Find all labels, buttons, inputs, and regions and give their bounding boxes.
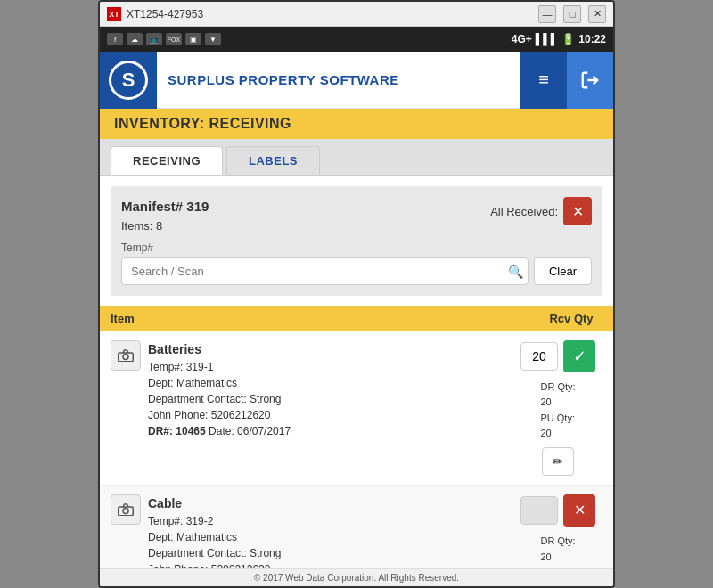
menu-button[interactable]: ≡	[520, 52, 567, 109]
window-title: XT1254-427953	[127, 8, 538, 20]
page-title: Inventory: Receiving	[100, 109, 613, 139]
app-logo: S	[100, 52, 157, 109]
header-actions: ≡	[520, 52, 613, 109]
item-temp-batteries: Temp#: 319-1	[148, 359, 513, 375]
footer: © 2017 Web Data Corporation. All Rights …	[100, 568, 613, 586]
item-details-batteries: Batteries Temp#: 319-1 Dept: Mathematics…	[148, 340, 513, 439]
minimize-button[interactable]: —	[538, 5, 556, 23]
window-controls: — □ ✕	[538, 5, 606, 23]
qty-row-batteries: ✓	[520, 340, 595, 372]
tab-bar: Receiving Labels	[100, 139, 613, 176]
manifest-items: Items: 8	[121, 217, 209, 235]
search-input-wrap: 🔍	[121, 257, 529, 285]
qty-input-batteries[interactable]	[520, 342, 558, 371]
main-content: Receiving Labels Manifest# 319 Items: 8 …	[100, 139, 613, 568]
app-header: S Surplus Property Software ≡	[100, 52, 613, 109]
svg-point-4	[123, 508, 128, 513]
dr-pu-info-cable: DR Qty: 20 PU Qty:	[540, 534, 575, 568]
phone-frame: XT XT1254-427953 — □ ✕ f ☁ 📺 FOX ▣ ▼ 4G+…	[98, 0, 615, 588]
network-label: 4G+	[512, 33, 532, 45]
confirm-button-batteries[interactable]: ✓	[563, 340, 595, 372]
item-dept-batteries: Dept: Mathematics	[148, 375, 513, 391]
item-phone-batteries: John Phone: 5206212620	[148, 407, 513, 423]
logo-circle: S	[109, 61, 148, 100]
temp-label: Temp#	[121, 241, 592, 254]
manifest-info: Manifest# 319 Items: 8	[121, 197, 209, 234]
item-actions-batteries: ✓ DR Qty: 20 PU Qty: 20 ✏	[513, 340, 602, 476]
svg-point-2	[123, 354, 128, 359]
status-left-icons: f ☁ 📺 FOX ▣ ▼	[107, 33, 221, 45]
item-name-cable: Cable	[148, 494, 513, 513]
battery-icon: 🔋	[561, 33, 575, 45]
time-display: 10:22	[578, 33, 606, 45]
item-contact-cable: Department Contact: Strong	[148, 545, 513, 561]
maximize-button[interactable]: □	[563, 5, 581, 23]
edit-button-batteries[interactable]: ✏	[542, 447, 574, 476]
search-input[interactable]	[121, 257, 529, 285]
screen-icon: ▣	[185, 33, 201, 45]
column-rcvqty-header: Rcv Qty	[540, 312, 602, 326]
item-phone-cable: John Phone: 5206212620	[148, 561, 513, 568]
dr-pu-info-batteries: DR Qty: 20 PU Qty: 20	[540, 380, 575, 442]
qty-row-cable: ✕	[520, 494, 595, 527]
app-title: Surplus Property Software	[157, 72, 520, 88]
status-right: 4G+ ▌▌▌ 🔋 10:22	[512, 33, 606, 45]
signal-bars: ▌▌▌	[536, 33, 559, 45]
item-details-cable: Cable Temp#: 319-2 Dept: Mathematics Dep…	[148, 494, 513, 568]
title-bar: XT XT1254-427953 — □ ✕	[100, 2, 613, 27]
facebook-icon: f	[107, 33, 123, 45]
camera-icon-cable[interactable]	[111, 494, 141, 525]
item-drdate-batteries: DR#: 10465 Date: 06/07/2017	[148, 423, 513, 439]
status-bar: f ☁ 📺 FOX ▣ ▼ 4G+ ▌▌▌ 🔋 10:22	[100, 27, 613, 52]
manifest-number-label: Manifest# 319	[121, 197, 209, 217]
item-temp-cable: Temp#: 319-2	[148, 513, 513, 529]
tab-labels[interactable]: Labels	[226, 146, 320, 175]
tab-receiving[interactable]: Receiving	[111, 146, 223, 175]
search-icon-button[interactable]: 🔍	[508, 265, 523, 279]
tab-content: Manifest# 319 Items: 8 All Received: ✕ T…	[100, 176, 613, 568]
news-icon: FOX	[166, 33, 182, 45]
all-received-label: All Received:	[490, 205, 558, 218]
qty-input-cable[interactable]	[520, 496, 558, 525]
all-received-section: All Received: ✕	[490, 197, 592, 225]
items-table-header: Item Rcv Qty	[100, 306, 613, 331]
search-row: 🔍 Clear	[121, 257, 592, 285]
item-dept-cable: Dept: Mathematics	[148, 529, 513, 545]
manifest-header: Manifest# 319 Items: 8 All Received: ✕	[121, 197, 592, 234]
clear-button[interactable]: Clear	[534, 257, 592, 285]
cast-icon: 📺	[146, 33, 162, 45]
all-received-clear-button[interactable]: ✕	[563, 197, 592, 225]
logo-letter: S	[122, 69, 135, 92]
wifi-icon: ▼	[205, 33, 221, 45]
item-name-batteries: Batteries	[148, 340, 513, 359]
item-contact-batteries: Department Contact: Strong	[148, 391, 513, 407]
camera-icon-batteries[interactable]	[111, 340, 141, 371]
close-button[interactable]: ✕	[588, 5, 606, 23]
manifest-card: Manifest# 319 Items: 8 All Received: ✕ T…	[111, 186, 602, 296]
item-row: Batteries Temp#: 319-1 Dept: Mathematics…	[100, 331, 613, 486]
item-actions-cable: ✕ DR Qty: 20 PU Qty: ✏	[513, 494, 602, 568]
exit-button[interactable]	[567, 52, 613, 109]
reject-button-cable[interactable]: ✕	[563, 494, 595, 527]
signal-icon: ☁	[127, 33, 143, 45]
app-icon: XT	[107, 7, 121, 21]
item-row: Cable Temp#: 319-2 Dept: Mathematics Dep…	[100, 486, 613, 568]
column-item-header: Item	[111, 312, 540, 326]
